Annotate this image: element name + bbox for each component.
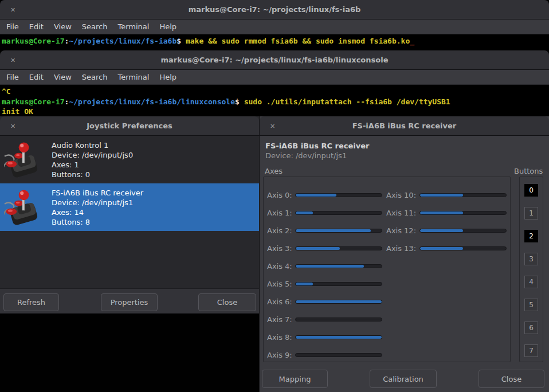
- menu-item-edit[interactable]: Edit: [24, 22, 49, 31]
- axis-row: Axis 6:: [267, 296, 385, 307]
- menu-item-view[interactable]: View: [49, 73, 77, 81]
- menu-item-search[interactable]: Search: [77, 22, 113, 31]
- close-button[interactable]: Close: [198, 293, 256, 311]
- titlebar[interactable]: ✕ FS-iA6B iBus RC receiver: [260, 116, 549, 136]
- prompt-path: ~/projects/linux/fs-ia6b: [69, 37, 177, 45]
- titlebar[interactable]: ✕ markus@Core-i7: ~/projects/linux/fs-ia…: [0, 0, 549, 19]
- menu-item-file[interactable]: File: [1, 22, 24, 31]
- axis-row: Axis 5:: [267, 278, 385, 289]
- axis-row: Axis 1:: [267, 207, 385, 218]
- menu-item-help[interactable]: Help: [154, 73, 182, 81]
- axis-label: Axis 2:: [267, 226, 295, 235]
- axes-frame: Axis 0:Axis 1:Axis 2:Axis 3:Axis 4:Axis …: [263, 177, 511, 362]
- joystick-list: Audio Kontrol 1 Device: /dev/input/js0 A…: [0, 136, 259, 231]
- menu-item-terminal[interactable]: Terminal: [112, 73, 154, 81]
- command-text: sudo ./utils/inputattach --fsia6b /dev/t…: [240, 97, 450, 106]
- titlebar[interactable]: ✕ Joystick Preferences: [0, 116, 259, 136]
- terminal-output[interactable]: markus@Core-i7:~/projects/linux/fs-ia6b$…: [0, 34, 549, 50]
- axis-row: Axis 2:: [267, 225, 385, 236]
- axis-progress-fill: [296, 265, 364, 268]
- joystick-axes-count: Axes: 1: [52, 160, 133, 170]
- axis-row: Axis 9:: [267, 349, 385, 360]
- joystick-buttons-count: Buttons: 0: [52, 170, 133, 179]
- axis-label: Axis 11:: [386, 209, 419, 217]
- axis-row: Axis 7:: [267, 313, 385, 325]
- axis-progressbar: [295, 353, 382, 357]
- button-indicator-6: 6: [524, 322, 538, 334]
- joystick-icon: [4, 189, 42, 226]
- terminal-output[interactable]: ^Cmarkus@Core-i7:~/projects/linux/fs-ia6…: [0, 85, 549, 116]
- axis-label: Axis 9:: [267, 351, 295, 359]
- joystick-name: Audio Kontrol 1: [52, 140, 133, 150]
- window-title: Joystick Preferences: [87, 121, 172, 130]
- menu-item-help[interactable]: Help: [154, 22, 182, 31]
- desktop: ✕ markus@Core-i7: ~/projects/linux/fs-ia…: [0, 0, 549, 392]
- axis-progressbar: [295, 211, 382, 215]
- axis-progress-fill: [420, 247, 463, 250]
- joystick-name: FS-iA6B iBus RC receiver: [52, 188, 143, 198]
- terminal-window-fsia6b: ✕ markus@Core-i7: ~/projects/linux/fs-ia…: [0, 0, 549, 50]
- menu-item-edit[interactable]: Edit: [24, 73, 49, 81]
- joystick-device: Device: /dev/input/js1: [52, 198, 143, 207]
- axis-label: Axis 4:: [267, 262, 295, 271]
- axis-row: Axis 11:: [386, 207, 508, 218]
- joystick-preferences-window: ✕ Joystick Preferences Audio Kontrol 1 D…: [0, 116, 259, 313]
- button-bar: Refresh Properties Close: [0, 288, 259, 313]
- axis-row: Axis 8:: [267, 331, 385, 343]
- properties-button[interactable]: Properties: [101, 293, 158, 311]
- joystick-device: Device: /dev/input/js0: [52, 150, 133, 160]
- axis-row: Axis 13:: [386, 242, 508, 254]
- axis-progressbar: [295, 317, 382, 322]
- menu-item-file[interactable]: File: [1, 73, 24, 81]
- titlebar[interactable]: ✕ markus@Core-i7: ~/projects/linux/fs-ia…: [0, 50, 549, 70]
- window-title: FS-iA6B iBus RC receiver: [352, 121, 457, 130]
- buttons-frame: 01234567: [519, 177, 543, 362]
- axis-progressbar: [419, 229, 507, 233]
- axis-progressbar: [419, 246, 507, 250]
- axis-progressbar: [295, 300, 382, 304]
- button-indicator-1: 1: [524, 207, 538, 219]
- prompt-user: markus@Core-i7: [2, 97, 65, 106]
- joystick-icon: [4, 141, 42, 179]
- axis-progressbar: [295, 229, 382, 233]
- interrupt-text: ^C: [2, 87, 11, 96]
- close-icon[interactable]: ✕: [10, 57, 15, 63]
- button-indicator-4: 4: [524, 276, 538, 288]
- terminal-window-linuxconsole: ✕ markus@Core-i7: ~/projects/linux/fs-ia…: [0, 50, 549, 116]
- result-text: init OK: [2, 107, 33, 116]
- axis-progressbar: [419, 211, 507, 215]
- button-indicator-2: 2: [524, 230, 538, 242]
- prompt-path: ~/projects/linux/fs-ia6b/linuxconsole: [69, 97, 235, 106]
- calibration-button[interactable]: Calibration: [370, 370, 437, 388]
- prompt-user: markus@Core-i7: [2, 37, 65, 45]
- window-title: markus@Core-i7: ~/projects/linux/fs-ia6b…: [161, 56, 389, 64]
- menu-item-search[interactable]: Search: [77, 73, 113, 81]
- close-icon[interactable]: ✕: [270, 123, 275, 129]
- axis-progressbar: [295, 264, 382, 268]
- axis-progressbar: [295, 335, 382, 339]
- device-name-heading: FS-iA6B iBus RC receiver: [265, 142, 370, 150]
- terminal-cursor: _: [410, 37, 414, 45]
- menu-item-terminal[interactable]: Terminal: [112, 22, 154, 31]
- axis-label: Axis 8:: [267, 333, 295, 342]
- menu-item-view[interactable]: View: [49, 22, 77, 31]
- button-indicator-3: 3: [524, 253, 538, 265]
- axis-progress-fill: [296, 336, 382, 339]
- axis-progressbar: [419, 193, 507, 197]
- joystick-buttons-count: Buttons: 8: [52, 217, 143, 227]
- axis-progress-fill: [296, 194, 336, 197]
- close-icon[interactable]: ✕: [10, 6, 15, 13]
- command-text: make && sudo rmmod fsia6b && sudo insmod…: [181, 37, 410, 45]
- menubar: FileEditViewSearchTerminalHelp: [0, 70, 549, 85]
- mapping-button[interactable]: Mapping: [262, 370, 328, 388]
- axis-row: Axis 4:: [267, 260, 385, 272]
- buttons-group-label: Buttons: [514, 167, 543, 175]
- joystick-list-item[interactable]: Audio Kontrol 1 Device: /dev/input/js0 A…: [0, 136, 259, 183]
- axis-progress-fill: [296, 283, 313, 285]
- close-button[interactable]: Close: [479, 370, 544, 388]
- joystick-list-item[interactable]: FS-iA6B iBus RC receiver Device: /dev/in…: [0, 183, 259, 231]
- axis-progress-fill: [420, 211, 463, 214]
- menubar: FileEditViewSearchTerminalHelp: [0, 19, 549, 34]
- close-icon[interactable]: ✕: [10, 123, 15, 129]
- refresh-button[interactable]: Refresh: [3, 293, 59, 311]
